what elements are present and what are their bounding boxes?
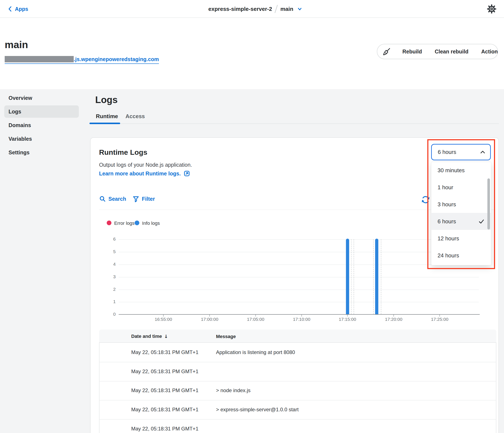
- clean-cache-button[interactable]: [377, 44, 396, 59]
- info-log-bar-2[interactable]: [375, 239, 378, 314]
- table-row-message: > express-simple-server@1.0.0 start: [216, 406, 299, 413]
- environment-label: main: [280, 6, 293, 12]
- app-url-link[interactable]: .js.wpenginepoweredstaging.com: [5, 55, 159, 64]
- x-tick-label: 17:10:00: [289, 317, 315, 322]
- back-to-apps-link[interactable]: Apps: [8, 0, 28, 18]
- refresh-icon: [421, 195, 430, 204]
- time-range-selected-value: 6 hours: [438, 149, 456, 155]
- legend-dot-info: [135, 221, 139, 225]
- sidebar-label: Settings: [9, 150, 30, 156]
- learn-more-link[interactable]: Learn more about Runtime logs.: [99, 170, 190, 177]
- filter-button[interactable]: Filter: [133, 195, 155, 202]
- menu-item-30-minutes[interactable]: 30 minutes: [431, 162, 491, 179]
- tab-runtime[interactable]: Runtime: [96, 112, 118, 121]
- legend-label-info: Info logs: [142, 221, 160, 226]
- gridline-5: [119, 252, 479, 252]
- menu-item-3-hours[interactable]: 3 hours: [431, 196, 491, 213]
- x-tick-mark: [440, 315, 440, 317]
- info-log-bar-1[interactable]: [346, 239, 349, 314]
- gridline-2: [119, 290, 479, 290]
- table-row-time[interactable]: May 22, 05:18:31 PM GMT+1: [131, 388, 198, 393]
- x-tick-mark: [255, 315, 256, 317]
- active-tab-underline: [90, 123, 120, 124]
- menu-item-label: 3 hours: [438, 201, 456, 208]
- y-tick-6: 6: [105, 237, 116, 242]
- gear-icon: [487, 4, 496, 14]
- y-tick-3: 3: [105, 274, 116, 279]
- card-title: Runtime Logs: [99, 148, 147, 157]
- filter-label: Filter: [142, 196, 155, 202]
- column-label: Message: [216, 334, 236, 339]
- dashed-marker: [381, 239, 381, 314]
- broom-icon: [382, 47, 391, 56]
- sidebar-item-settings[interactable]: Settings: [4, 146, 79, 159]
- sidebar-label: Domains: [9, 122, 31, 128]
- sidebar-item-domains[interactable]: Domains: [4, 119, 79, 131]
- redacted-url-segment: [5, 56, 74, 62]
- rebuild-button[interactable]: Rebuild: [396, 44, 428, 59]
- dashed-marker: [351, 239, 351, 314]
- column-header-datetime[interactable]: Date and time ↓: [131, 332, 168, 341]
- clean-rebuild-label: Clean rebuild: [435, 49, 468, 55]
- y-tick-2: 2: [105, 287, 116, 292]
- tab-access[interactable]: Access: [126, 112, 145, 121]
- menu-item-12-hours[interactable]: 12 hours: [431, 230, 491, 247]
- page-title: main: [5, 39, 28, 51]
- x-tick-label: 17:05:00: [243, 317, 268, 322]
- y-tick-0: 0: [105, 312, 116, 317]
- chevron-left-icon: [8, 6, 12, 12]
- section-heading: Logs: [95, 95, 117, 105]
- breadcrumb-separator: [275, 5, 278, 13]
- table-row-time[interactable]: May 22, 05:18:31 PM GMT+1: [131, 369, 198, 374]
- rebuild-label: Rebuild: [402, 49, 422, 55]
- x-tick-mark: [347, 315, 348, 317]
- menu-item-label: 24 hours: [438, 252, 459, 259]
- x-tick-label: 17:00:00: [197, 317, 222, 322]
- chevron-down-icon[interactable]: [297, 6, 302, 11]
- menu-item-label: 12 hours: [438, 235, 459, 242]
- row-divider: [99, 362, 496, 362]
- menu-item-24-hours[interactable]: 24 hours: [431, 247, 491, 264]
- gridline-3: [119, 277, 479, 277]
- settings-gear-button[interactable]: [486, 3, 497, 15]
- menu-scrollbar-thumb[interactable]: [487, 178, 490, 230]
- dashed-marker: [354, 239, 354, 314]
- tab-label: Runtime: [96, 113, 118, 120]
- x-tick-label: 17:20:00: [381, 317, 406, 322]
- time-range-select[interactable]: 6 hours: [431, 144, 491, 160]
- sidebar-label: Logs: [9, 109, 21, 115]
- sidebar-item-overview[interactable]: Overview: [4, 92, 79, 104]
- x-tick-mark: [393, 315, 394, 317]
- table-row-time[interactable]: May 22, 05:18:31 PM GMT+1: [131, 406, 198, 413]
- sidebar-item-variables[interactable]: Variables: [4, 133, 79, 145]
- table-row-time[interactable]: May 22, 05:18:31 PM GMT+1: [131, 349, 198, 355]
- menu-item-6-hours[interactable]: 6 hours: [431, 213, 491, 230]
- legend-label-error: Error logs: [114, 221, 135, 226]
- filter-icon: [133, 195, 139, 202]
- legend-dot-error: [107, 221, 111, 225]
- actions-label: Actions: [481, 49, 498, 55]
- clean-rebuild-button[interactable]: Clean rebuild: [428, 44, 475, 59]
- x-tick-label: 17:25:00: [427, 317, 452, 322]
- menu-item-1-hour[interactable]: 1 hour: [431, 179, 491, 196]
- table-row-message: > node index.js: [216, 388, 251, 393]
- search-label: Search: [108, 196, 126, 202]
- actions-menu-button[interactable]: Actions: [475, 44, 498, 59]
- refresh-button[interactable]: [421, 195, 430, 204]
- sidebar-item-logs[interactable]: Logs: [4, 105, 79, 118]
- sidebar-label: Variables: [9, 136, 32, 142]
- x-tick-mark: [209, 315, 210, 317]
- chevron-up-icon: [480, 150, 486, 155]
- app-url-text: .js.wpenginepoweredstaging.com: [74, 56, 159, 62]
- column-header-message: Message: [216, 334, 236, 339]
- y-tick-1: 1: [105, 299, 116, 304]
- table-row-time[interactable]: May 22, 05:18:31 PM GMT+1: [131, 426, 198, 432]
- search-button[interactable]: Search: [99, 195, 126, 202]
- breadcrumb: express-simple-server-2 main: [208, 0, 302, 18]
- x-tick-mark: [163, 315, 164, 317]
- x-tick-label: 17:15:00: [335, 317, 360, 322]
- gridline-1: [119, 302, 479, 302]
- header-action-group: Rebuild Clean rebuild Actions: [377, 44, 498, 59]
- sort-desc-icon: ↓: [164, 334, 168, 339]
- x-tick-mark: [301, 315, 302, 317]
